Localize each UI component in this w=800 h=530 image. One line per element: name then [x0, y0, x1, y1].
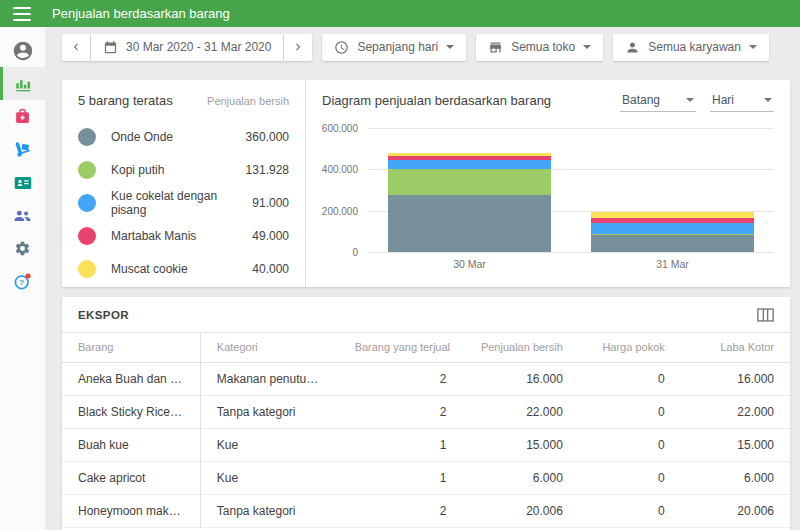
table-cell: Tanpa kategori — [200, 494, 338, 527]
stacked-bar-chart: 0200.000400.000600.000 — [322, 128, 774, 252]
caret-down-icon — [749, 45, 757, 49]
table-cell: 0 — [579, 494, 681, 527]
column-header: Penjualan bersih — [462, 333, 578, 362]
table-cell: 15.000 — [462, 428, 578, 461]
chart-y-axis: 0200.000400.000600.000 — [322, 128, 368, 252]
time-filter-button[interactable]: Sepanjang hari — [322, 34, 466, 61]
sidebar-item-account[interactable] — [0, 34, 45, 67]
clock-icon — [334, 40, 349, 55]
top-item-value: 49.000 — [252, 229, 289, 243]
stacked-bar — [388, 128, 550, 252]
contact-card-icon — [14, 174, 32, 192]
top-item-row: Kopi putih131.928 — [78, 153, 289, 186]
x-tick-label: 31 Mar — [571, 258, 774, 270]
page-title: Penjualan berdasarkan barang — [52, 6, 230, 21]
prev-date-button[interactable] — [62, 34, 90, 61]
top-items-value-header: Penjualan bersih — [207, 95, 289, 107]
y-tick-label: 400.000 — [322, 164, 358, 175]
x-tick-label: 30 Mar — [368, 258, 571, 270]
shopping-bag-icon — [14, 108, 31, 125]
bar-segment — [591, 235, 753, 252]
employee-filter-button[interactable]: Semua karyawan — [613, 34, 769, 61]
table-body: Aneka Buah dan MarzipanMakanan penutup b… — [62, 362, 790, 527]
sidebar: ? — [0, 27, 45, 530]
next-date-button[interactable] — [284, 34, 312, 61]
sidebar-item-reports[interactable] — [0, 67, 45, 100]
legend-dot-icon — [78, 128, 96, 146]
table-cell: 15.000 — [681, 428, 790, 461]
table-row[interactable]: Cake apricotKue16.00006.000 — [62, 461, 790, 494]
top-items-list: Onde Onde360.000Kopi putih131.928Kue cok… — [78, 120, 289, 285]
table-row[interactable]: Honeymoon makanan penutupTanpa kategori2… — [62, 494, 790, 527]
app-topbar: Penjualan berdasarkan barang — [0, 0, 800, 27]
sidebar-item-help[interactable]: ? — [0, 265, 45, 298]
table-row[interactable]: Aneka Buah dan MarzipanMakanan penutup b… — [62, 362, 790, 395]
table-cell: 2 — [339, 362, 463, 395]
table-cell: Kue — [200, 461, 338, 494]
column-header: Barang — [62, 333, 200, 362]
sales-by-item-table: BarangKategoriBarang yang terjualPenjual… — [62, 333, 790, 528]
store-filter-button[interactable]: Semua toko — [476, 34, 603, 61]
table-row[interactable]: Buah kueKue115.000015.000 — [62, 428, 790, 461]
date-range-label: 30 Mar 2020 - 31 Mar 2020 — [126, 40, 271, 54]
table-cell: 20.006 — [681, 494, 790, 527]
table-cell: Buah kue — [62, 428, 200, 461]
date-navigation-group: 30 Mar 2020 - 31 Mar 2020 — [62, 34, 312, 61]
sidebar-item-employees[interactable] — [0, 199, 45, 232]
table-cell: 1 — [339, 461, 463, 494]
top-item-value: 91.000 — [252, 196, 289, 210]
stacked-bar — [591, 128, 753, 252]
table-cell: 2 — [339, 395, 463, 428]
table-cell: 20.006 — [462, 494, 578, 527]
table-cell: 6.000 — [681, 461, 790, 494]
export-table-panel: EKSPOR BarangKategoriBarang yang terjual… — [62, 297, 790, 530]
column-header: Laba Kotor — [681, 333, 790, 362]
store-filter-label: Semua toko — [511, 40, 575, 54]
top-items-panel: 5 barang teratas Penjualan bersih Onde O… — [62, 80, 306, 287]
y-tick-label: 0 — [352, 247, 358, 258]
sidebar-item-items[interactable] — [0, 100, 45, 133]
bar-group — [368, 128, 571, 252]
columns-icon[interactable] — [757, 308, 774, 322]
chevron-right-icon — [291, 40, 305, 54]
table-cell: 22.000 — [462, 395, 578, 428]
table-row[interactable]: Black Sticky Rice PorridgeTanpa kategori… — [62, 395, 790, 428]
column-header: Barang yang terjual — [339, 333, 463, 362]
sidebar-item-customers[interactable] — [0, 166, 45, 199]
table-cell: Aneka Buah dan Marzipan — [62, 362, 200, 395]
avatar-icon — [12, 40, 34, 62]
top-item-name: Muscat cookie — [111, 262, 188, 276]
table-cell: 0 — [579, 362, 681, 395]
table-cell: 22.000 — [681, 395, 790, 428]
bar-segment — [388, 160, 550, 168]
top-item-name: Kue cokelat dengan pisang — [111, 189, 252, 217]
table-cell: 0 — [579, 395, 681, 428]
sidebar-item-settings[interactable] — [0, 232, 45, 265]
table-cell: 0 — [579, 428, 681, 461]
table-cell: 2 — [339, 494, 463, 527]
hamburger-menu-icon[interactable] — [13, 7, 31, 21]
gridline — [368, 252, 774, 253]
top-item-row: Onde Onde360.000 — [78, 120, 289, 153]
y-tick-label: 200.000 — [322, 205, 358, 216]
legend-dot-icon — [78, 194, 96, 212]
summary-card: 5 barang teratas Penjualan bersih Onde O… — [62, 80, 790, 287]
chart-period-select[interactable]: Hari — [710, 93, 774, 112]
sidebar-item-inventory[interactable] — [0, 133, 45, 166]
top-item-name: Kopi putih — [111, 163, 164, 177]
svg-text:?: ? — [19, 278, 24, 287]
bar-group — [571, 128, 774, 252]
hand-truck-icon — [14, 141, 32, 159]
store-icon — [488, 40, 503, 55]
date-range-button[interactable]: 30 Mar 2020 - 31 Mar 2020 — [91, 34, 283, 61]
table-cell: Makanan penutup buah — [200, 362, 338, 395]
chart-type-select[interactable]: Batang — [620, 93, 696, 112]
top-item-name: Onde Onde — [111, 130, 173, 144]
chart-plot-area — [368, 128, 774, 252]
chart-panel: Diagram penjualan berdasarkan barang Bat… — [306, 80, 790, 287]
export-button[interactable]: EKSPOR — [78, 309, 129, 321]
table-cell: Black Sticky Rice Porridge — [62, 395, 200, 428]
legend-dot-icon — [78, 227, 96, 245]
table-cell: Cake apricot — [62, 461, 200, 494]
caret-down-icon — [583, 45, 591, 49]
